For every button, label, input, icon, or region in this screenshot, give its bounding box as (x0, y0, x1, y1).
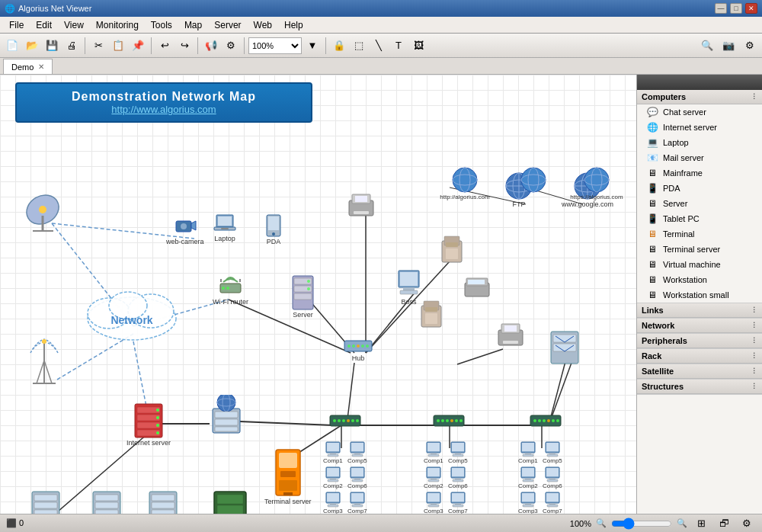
canvas-area[interactable]: Demonstration Network Map http://www.alg… (0, 75, 636, 514)
search-button[interactable]: 🔍 (698, 37, 716, 55)
item-terminal-server[interactable]: 🖥 Terminal server (637, 242, 762, 257)
undo-button[interactable]: ↩ (155, 37, 174, 55)
maximize-button[interactable]: □ (730, 3, 742, 14)
item-mail-server[interactable]: 📧 Mail server (637, 150, 762, 165)
item-server[interactable]: 🖥 Server (637, 196, 762, 211)
comp3[interactable]: Comp3 (323, 491, 343, 514)
comp2-g2[interactable]: Comp2 (424, 466, 443, 489)
demo-url[interactable]: http://www.algorius.com (29, 104, 299, 115)
view-icon[interactable]: 🗗 (715, 514, 733, 533)
lock-button[interactable]: 🔒 (330, 37, 348, 55)
comp6-g3[interactable]: Comp6 (543, 466, 562, 489)
item-workstation[interactable]: 🖥 Workstation (637, 272, 762, 287)
comp2-g3[interactable]: Comp2 (518, 466, 538, 489)
close-button[interactable]: ✕ (745, 3, 757, 14)
boss-computer[interactable]: Boss (395, 269, 422, 306)
comp5-g3[interactable]: Comp5 (543, 441, 562, 464)
section-computers-header[interactable]: Computers ⋮ (637, 90, 762, 104)
item-chat-server[interactable]: 💬 Chat server (637, 104, 762, 120)
comp7-g2[interactable]: Comp7 (448, 491, 468, 514)
settings-button[interactable]: ⚙ (222, 37, 240, 55)
minimize-button[interactable]: — (715, 3, 727, 14)
new-button[interactable]: 📄 (3, 37, 21, 55)
image-button[interactable]: 🖼 (409, 37, 427, 55)
zoom-slider[interactable] (611, 518, 672, 530)
zoom-in-icon[interactable]: 🔍 (677, 518, 687, 528)
item-pda[interactable]: 📱 PDA (637, 181, 762, 196)
fit-icon[interactable]: ⊞ (692, 514, 710, 533)
item-mainframe[interactable]: 🖥 Mainframe (637, 165, 762, 181)
webcamera[interactable]: web-camera (166, 213, 204, 245)
laptop-1[interactable]: Laptop (213, 213, 236, 242)
section-links-header[interactable]: Links ⋮ (637, 303, 762, 318)
switch-3[interactable] (530, 414, 562, 428)
tab-demo-close[interactable]: ✕ (38, 62, 44, 71)
terminal-server-3[interactable]: Mainframe (147, 490, 179, 514)
http-globe[interactable] (507, 166, 560, 194)
www-globe[interactable]: https://algorius.com (570, 166, 623, 200)
comp1-g3[interactable]: Comp1 (518, 441, 538, 464)
menu-monitoring[interactable]: Monitoring (90, 18, 145, 32)
copy-button[interactable]: 📋 (109, 37, 127, 55)
comp2[interactable]: Comp2 (323, 466, 343, 489)
phone-2[interactable] (419, 300, 443, 328)
comp3-g3[interactable]: Comp3 (518, 491, 538, 514)
item-tablet[interactable]: 📱 Tablet PC (637, 211, 762, 226)
zoom-dropdown[interactable]: ▼ (303, 37, 322, 55)
mail-server[interactable] (549, 330, 581, 367)
https-globe[interactable]: http://algorius.com (438, 166, 491, 200)
radio-tower[interactable] (29, 334, 59, 391)
select-button[interactable]: ⬚ (350, 37, 368, 55)
section-satellite-header[interactable]: Satellite ⋮ (637, 364, 762, 379)
item-terminal[interactable]: 🖥 Terminal (637, 226, 762, 242)
item-laptop[interactable]: 💻 Laptop (637, 135, 762, 150)
mainframe[interactable] (212, 490, 248, 514)
section-rack-header[interactable]: Rack ⋮ (637, 349, 762, 364)
terminal-server-1[interactable]: Terminal server (25, 490, 67, 514)
menu-server[interactable]: Server (208, 18, 247, 32)
internet-server[interactable] (210, 395, 242, 434)
comp6-g2[interactable]: Comp6 (448, 466, 468, 489)
terminal-server-2[interactable]: Terminal server (86, 490, 128, 514)
copier[interactable] (495, 322, 526, 349)
comp7-g3[interactable]: Comp7 (543, 491, 562, 514)
hub[interactable]: Hub (343, 338, 373, 362)
redo-button[interactable]: ↪ (175, 37, 194, 55)
broadcast-button[interactable]: 📢 (202, 37, 220, 55)
item-workstation-small[interactable]: 🖥 Workstation small (637, 287, 762, 303)
zoom-out-icon[interactable]: 🔍 (596, 518, 607, 528)
satellite-dish-large[interactable] (21, 193, 63, 239)
switch-1[interactable] (329, 414, 361, 428)
options-icon[interactable]: ⚙ (738, 514, 756, 533)
menu-view[interactable]: View (58, 18, 90, 32)
comp5-g2[interactable]: Comp5 (448, 441, 468, 464)
comp7[interactable]: Comp7 (347, 491, 367, 514)
menu-help[interactable]: Help (278, 18, 309, 32)
menu-map[interactable]: Map (178, 18, 208, 32)
line-button[interactable]: ╲ (370, 37, 388, 55)
tab-demo[interactable]: Demo ✕ (3, 59, 53, 74)
open-button[interactable]: 📂 (23, 37, 41, 55)
terminal-cash[interactable]: Terminal server (264, 448, 312, 505)
save-button[interactable]: 💾 (43, 37, 61, 55)
server-left[interactable]: Server (290, 274, 316, 319)
menu-file[interactable]: File (3, 18, 30, 32)
switch-2[interactable] (433, 414, 465, 428)
comp3-g2[interactable]: Comp3 (424, 491, 443, 514)
menu-edit[interactable]: Edit (30, 18, 58, 32)
menu-web[interactable]: Web (248, 18, 278, 32)
section-structures-header[interactable]: Structures ⋮ (637, 380, 762, 394)
print-button[interactable]: 🖨 (62, 37, 81, 55)
comp6[interactable]: Comp6 (347, 466, 367, 489)
firewall[interactable]: Internet server (126, 402, 171, 447)
text-button[interactable]: T (389, 37, 408, 55)
zoom-select[interactable]: 100% 75% 50% 125% 150% (248, 37, 302, 54)
menu-tools[interactable]: Tools (145, 18, 178, 32)
wifi-router[interactable]: Wi-Fi router (213, 271, 248, 306)
comp5[interactable]: Comp5 (347, 441, 367, 464)
comp1[interactable]: Comp1 (323, 441, 343, 464)
camera-button[interactable]: 📷 (719, 37, 738, 55)
paste-button[interactable]: 📌 (129, 37, 147, 55)
cut-button[interactable]: ✂ (89, 37, 107, 55)
phone-1[interactable] (440, 235, 464, 264)
